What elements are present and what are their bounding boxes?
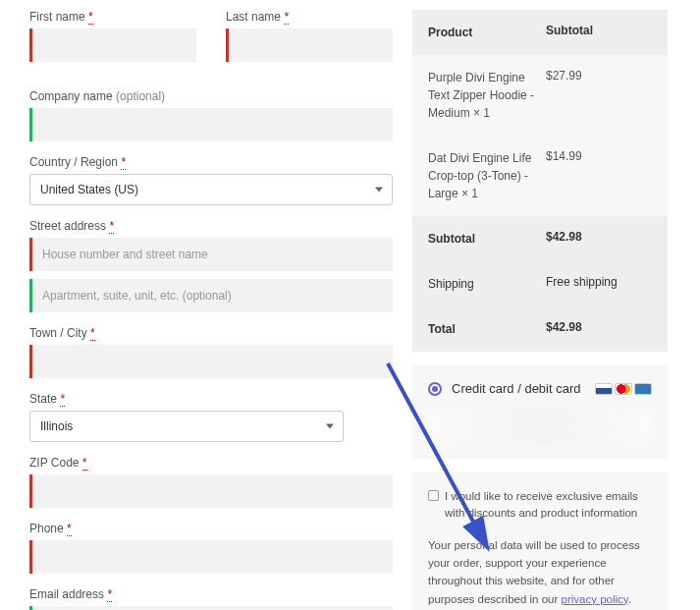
state-label: State * [29, 392, 393, 406]
street-label: Street address * [29, 219, 393, 233]
zip-input[interactable] [29, 474, 393, 508]
card-fields-placeholder[interactable] [428, 410, 652, 443]
line-item-price: $27.99 [546, 69, 652, 122]
required-mark: * [88, 10, 93, 25]
required-mark: * [107, 587, 112, 602]
last-name-input[interactable] [226, 28, 393, 62]
line-item-name: Purple Divi Engine Text Zipper Hoodie - … [428, 69, 546, 122]
payment-panel: Credit card / debit card [412, 365, 668, 459]
required-mark: * [60, 392, 65, 407]
phone-input[interactable] [29, 540, 393, 574]
line-item-price: $14.99 [546, 149, 652, 202]
amex-icon [634, 383, 652, 395]
required-mark: * [109, 219, 114, 234]
marketing-text: I would like to receive exclusive emails… [445, 488, 652, 523]
required-mark: * [121, 155, 126, 170]
required-mark: * [82, 456, 87, 471]
city-label: Town / City * [29, 326, 393, 340]
required-mark: * [67, 522, 72, 536]
total-label: Total [428, 320, 546, 338]
email-input[interactable] [29, 606, 393, 610]
company-input[interactable] [29, 108, 393, 141]
email-label: Email address * [29, 587, 393, 601]
visa-icon [595, 383, 613, 395]
header-product: Product [428, 24, 546, 41]
company-label: Company name (optional) [29, 89, 393, 103]
zip-label: ZIP Code * [29, 456, 393, 470]
country-label: Country / Region * [29, 155, 393, 169]
card-brand-icons [595, 383, 652, 395]
marketing-checkbox[interactable] [428, 490, 439, 501]
first-name-label: First name * [29, 10, 196, 24]
order-summary-panel: Product Subtotal Purple Divi Engine Text… [412, 10, 668, 352]
first-name-input[interactable] [29, 28, 196, 62]
city-input[interactable] [29, 345, 393, 378]
last-name-label: Last name * [226, 10, 393, 24]
required-mark: * [90, 326, 95, 341]
subtotal-label: Subtotal [428, 230, 546, 248]
street1-input[interactable] [29, 238, 393, 271]
shipping-label: Shipping [428, 275, 546, 293]
total-value: $42.98 [546, 320, 652, 338]
street2-input[interactable] [29, 279, 393, 312]
state-select[interactable]: Illinois [29, 411, 344, 442]
consent-panel: I would like to receive exclusive emails… [412, 472, 668, 610]
header-subtotal: Subtotal [546, 24, 652, 41]
privacy-text: Your personal data will be used to proce… [428, 536, 652, 609]
shipping-value: Free shipping [546, 275, 652, 293]
payment-radio[interactable] [428, 382, 442, 396]
mastercard-icon [615, 383, 632, 395]
subtotal-value: $42.98 [546, 230, 652, 248]
privacy-policy-link[interactable]: privacy policy [562, 593, 628, 605]
phone-label: Phone * [29, 522, 393, 535]
payment-method-label: Credit card / debit card [452, 381, 581, 396]
required-mark: * [284, 10, 289, 25]
country-select[interactable]: United States (US) [29, 174, 393, 205]
line-item-name: Dat Divi Engine Life Crop-top (3-Tone) -… [428, 149, 546, 202]
